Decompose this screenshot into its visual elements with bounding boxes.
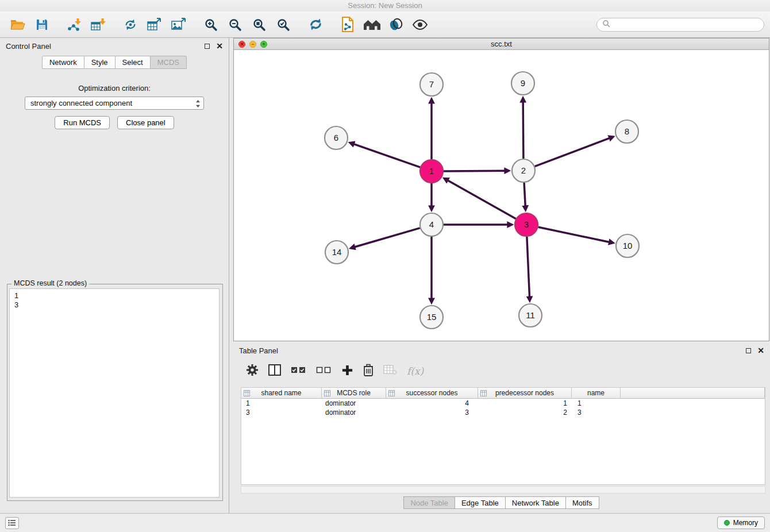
first-neighbors-icon[interactable] (360, 14, 384, 36)
edge-1-2[interactable] (444, 171, 505, 171)
float-table-panel-icon[interactable] (746, 348, 751, 353)
close-table-panel-icon[interactable]: ✕ (757, 346, 764, 354)
criterion-dropdown[interactable]: strongly connected component (25, 97, 204, 110)
table-cell: dominator (322, 408, 386, 417)
edge-2-3[interactable] (524, 183, 525, 206)
node-label: 4 (429, 219, 434, 229)
node-label: 8 (625, 126, 629, 136)
mcds-result-lines[interactable]: 13 (9, 288, 220, 498)
node-label: 9 (521, 78, 525, 88)
tab-network[interactable]: Network (42, 56, 84, 69)
edge-3-10[interactable] (538, 227, 609, 242)
column-header-predecessor-nodes[interactable]: predecessor nodes (478, 388, 572, 399)
network-window-title: scc.txt (491, 40, 512, 48)
task-history-button[interactable] (5, 517, 19, 529)
node-label: 7 (429, 79, 434, 89)
show-graphics-details-icon[interactable] (408, 14, 432, 36)
visual-style-icon[interactable] (384, 14, 408, 36)
import-network-icon[interactable] (62, 14, 86, 36)
tab-network-table[interactable]: Network Table (505, 496, 566, 509)
node-label: 3 (524, 219, 529, 229)
function-builder-icon: f(x) (407, 365, 424, 377)
memory-label: Memory (733, 519, 758, 527)
column-visibility-icon[interactable] (268, 364, 281, 378)
table-settings-icon[interactable] (246, 364, 259, 379)
control-panel-title: Control Panel (6, 42, 51, 51)
delete-row-icon[interactable] (363, 364, 374, 379)
edge-2-9[interactable] (523, 102, 523, 159)
node-table-header: shared name MCDS role successor nodes pr… (241, 388, 765, 399)
table-cell: 4 (386, 399, 478, 408)
node-table-body: 1dominator4113dominator323 (241, 399, 765, 417)
window-zoom-icon[interactable]: + (260, 41, 267, 48)
select-all-rows-icon[interactable] (291, 365, 306, 377)
export-table-icon[interactable] (143, 14, 167, 36)
column-header-successor-nodes[interactable]: successor nodes (386, 388, 478, 399)
table-toolbar: f(x) (233, 360, 770, 383)
list-icon (8, 519, 16, 526)
deselect-all-rows-icon[interactable] (316, 365, 332, 377)
network-graph[interactable]: 7968124314101511 (234, 50, 769, 341)
apply-layout-icon[interactable] (303, 14, 328, 36)
search-box[interactable] (596, 18, 764, 32)
node-label: 1 (429, 166, 434, 176)
edge-4-14[interactable] (355, 228, 420, 247)
result-line: 1 (14, 291, 214, 300)
edge-3-11[interactable] (527, 237, 530, 296)
table-cell: 3 (572, 408, 621, 417)
memory-button[interactable]: Memory (717, 516, 765, 529)
tab-edge-table[interactable]: Edge Table (455, 496, 506, 509)
tab-motifs[interactable]: Motifs (565, 496, 599, 509)
tab-node-table[interactable]: Node Table (403, 496, 455, 509)
run-mcds-button[interactable]: Run MCDS (55, 116, 110, 129)
edge-2-8[interactable] (535, 138, 610, 167)
add-row-icon[interactable] (341, 364, 353, 379)
zoom-fit-icon[interactable] (247, 14, 271, 36)
zoom-out-icon[interactable] (223, 14, 247, 36)
memory-status-icon (724, 520, 730, 526)
table-cell: 3 (386, 408, 478, 417)
search-input[interactable] (614, 20, 759, 29)
close-panel-icon[interactable]: ✕ (216, 42, 223, 50)
open-session-icon[interactable] (6, 14, 30, 36)
close-panel-button[interactable]: Close panel (117, 116, 174, 129)
table-row[interactable]: 3dominator323 (241, 408, 765, 417)
application-window: Session: New Session (0, 0, 770, 532)
criterion-value: strongly connected component (30, 99, 132, 107)
table-tabs: Node Table Edge Table Network Table Moti… (233, 496, 770, 509)
network-overview-icon[interactable] (118, 14, 143, 36)
network-document-icon[interactable] (336, 14, 360, 36)
import-table-icon[interactable] (86, 14, 110, 36)
search-icon (602, 20, 610, 30)
export-image-icon[interactable] (167, 14, 191, 36)
table-panel-title: Table Panel (239, 346, 278, 355)
save-session-icon[interactable] (30, 14, 54, 36)
tab-mcds[interactable]: MCDS (151, 56, 187, 69)
column-header-shared-name[interactable]: shared name (241, 388, 322, 399)
node-label: 2 (521, 165, 526, 175)
node-label: 14 (332, 247, 342, 257)
column-type-icon (480, 390, 487, 398)
dropdown-spinner-icon (195, 99, 201, 110)
tab-style[interactable]: Style (84, 56, 116, 69)
network-canvas[interactable]: 7968124314101511 (234, 50, 769, 341)
table-cell: dominator (322, 399, 386, 408)
tab-select[interactable]: Select (116, 56, 151, 69)
network-window: ✕ − + scc.txt 7968124314101511 (233, 38, 769, 341)
mcds-result-box: MCDS result (2 nodes) 13 (7, 284, 223, 501)
zoom-in-icon[interactable] (199, 14, 223, 36)
window-close-icon[interactable]: ✕ (238, 41, 245, 48)
control-panel-tabs: Network Style Select MCDS (0, 56, 229, 69)
column-header-name[interactable]: name (572, 388, 621, 399)
column-header-mcds-role[interactable]: MCDS role (322, 388, 386, 399)
table-hscrollbar[interactable] (241, 486, 765, 494)
column-header-filler (621, 388, 765, 399)
edge-1-6[interactable] (354, 144, 420, 167)
window-minimize-icon[interactable]: − (249, 41, 256, 48)
float-panel-icon[interactable] (205, 44, 210, 49)
zoom-selected-icon[interactable] (271, 14, 295, 36)
table-row[interactable]: 1dominator411 (241, 399, 765, 408)
edge-3-1[interactable] (448, 180, 516, 219)
table-cell: 2 (478, 408, 572, 417)
delete-column-disabled-icon (383, 365, 397, 377)
